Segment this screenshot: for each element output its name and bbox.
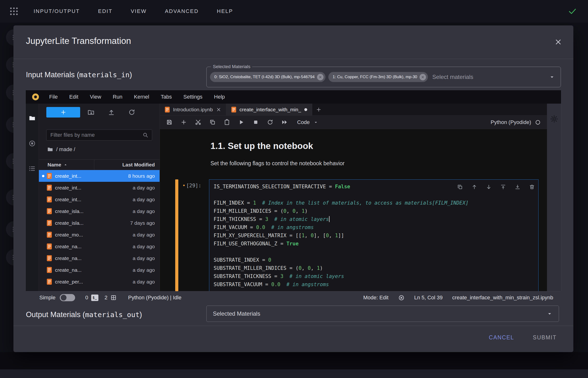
output-materials-select[interactable]: Selected Materials bbox=[206, 306, 559, 322]
input-materials-select[interactable]: Selected Materials 0: SiO2, Cristobalite… bbox=[206, 67, 561, 87]
code-cell-editor[interactable]: IS_TERMINATIONS_SELECTION_INTERACTIVE = … bbox=[209, 179, 539, 291]
file-modified: a day ago bbox=[133, 185, 160, 191]
file-list: create_int...8 hours agocreate_int...a d… bbox=[39, 170, 160, 291]
kernel-sessions-icon[interactable] bbox=[110, 295, 117, 301]
jupyter-menu-item[interactable]: File bbox=[43, 90, 63, 104]
simple-mode-toggle[interactable] bbox=[60, 294, 75, 301]
upload-icon[interactable] bbox=[108, 109, 115, 116]
notebook-file-icon bbox=[47, 255, 52, 261]
gear-icon[interactable] bbox=[550, 115, 559, 123]
breadcrumb-path[interactable]: / made / bbox=[56, 146, 75, 152]
close-tab-icon[interactable] bbox=[216, 107, 221, 112]
code-editor-lines: IS_TERMINATIONS_SELECTION_INTERACTIVE = … bbox=[214, 183, 538, 289]
kernel-status-text[interactable]: Python (Pyodide) | Idle bbox=[128, 295, 182, 301]
file-row[interactable]: create_na...a day ago bbox=[39, 241, 160, 252]
jupyter-menu-item[interactable]: View bbox=[84, 90, 107, 104]
cut-cells-icon[interactable] bbox=[195, 119, 201, 125]
file-row[interactable]: create_int...a day ago bbox=[39, 194, 160, 205]
new-folder-icon[interactable] bbox=[87, 109, 95, 116]
jupyter-menu-item[interactable]: Kernel bbox=[128, 90, 155, 104]
filter-files-box[interactable] bbox=[46, 130, 152, 141]
apps-menu-icon[interactable] bbox=[9, 6, 19, 16]
jupyterlite-app: FileEditViewRunKernelTabsSettingsHelp bbox=[26, 90, 561, 291]
move-cell-up-icon[interactable] bbox=[471, 184, 477, 190]
insert-cell-above-icon[interactable] bbox=[500, 184, 506, 190]
code-line: SUBSTRATE_INDEX = 0 bbox=[214, 256, 538, 264]
file-name: create_na... bbox=[55, 244, 133, 249]
mode-indicator: Mode: Edit bbox=[363, 295, 389, 301]
file-row[interactable]: create_int...a day ago bbox=[39, 182, 160, 194]
file-row[interactable]: create_mo...a day ago bbox=[39, 229, 160, 241]
table-of-contents-tab-icon[interactable] bbox=[28, 165, 36, 172]
file-browser-tab-icon[interactable] bbox=[28, 115, 36, 122]
duplicate-cell-icon[interactable] bbox=[457, 184, 463, 190]
file-name: create_na... bbox=[55, 267, 133, 273]
file-row[interactable]: create_na...a day ago bbox=[39, 264, 160, 276]
interrupt-kernel-icon[interactable] bbox=[252, 119, 259, 125]
input-materials-label: Input Materials (materials_in) bbox=[26, 70, 132, 79]
cell-collapser[interactable] bbox=[175, 179, 178, 291]
file-header-name[interactable]: Name bbox=[39, 160, 94, 170]
toggle-knob bbox=[61, 295, 67, 300]
new-launcher-button[interactable] bbox=[46, 107, 80, 118]
run-cell-icon[interactable] bbox=[238, 119, 245, 125]
material-chip-remove-button[interactable] bbox=[317, 74, 323, 80]
jupyter-menu-item[interactable]: Settings bbox=[178, 90, 208, 104]
cell-type-dropdown[interactable]: Code bbox=[297, 119, 319, 125]
folder-icon[interactable] bbox=[47, 146, 53, 152]
new-tab-button[interactable] bbox=[312, 104, 325, 115]
app-menu-item[interactable]: VIEW bbox=[131, 8, 147, 14]
running-sessions-tab-icon[interactable] bbox=[28, 140, 36, 147]
cancel-button[interactable]: CANCEL bbox=[483, 331, 520, 344]
copy-cells-icon[interactable] bbox=[209, 119, 216, 125]
file-row[interactable]: create_int...8 hours ago bbox=[39, 170, 160, 182]
tab-label: Introduction.ipynb bbox=[173, 107, 213, 112]
jupyter-menu-item[interactable]: Edit bbox=[63, 90, 84, 104]
file-row[interactable]: create_isla...7 days ago bbox=[39, 217, 160, 229]
paste-cells-icon[interactable] bbox=[224, 119, 230, 125]
notebook-toolbar: Code Python (Pyodide) bbox=[160, 116, 547, 129]
execution-count: •[29]: bbox=[182, 183, 201, 189]
dialog-close-button[interactable] bbox=[554, 38, 562, 46]
jupyter-menu-item[interactable]: Help bbox=[208, 90, 231, 104]
cursor-position[interactable]: Ln 5, Col 39 bbox=[414, 295, 443, 301]
kernel-indicator[interactable]: Python (Pyodide) bbox=[490, 119, 541, 125]
close-circle-icon[interactable] bbox=[398, 295, 405, 301]
tab-introduction[interactable]: Introduction.ipynb bbox=[160, 104, 226, 115]
file-row[interactable]: create_isla...a day ago bbox=[39, 205, 160, 217]
file-browser-toolbar bbox=[46, 107, 155, 118]
move-cell-down-icon[interactable] bbox=[486, 184, 492, 190]
file-row[interactable]: create_per...a day ago bbox=[39, 276, 160, 288]
insert-cell-below-icon[interactable] bbox=[515, 184, 520, 190]
jupyter-menu-item[interactable]: Tabs bbox=[155, 90, 178, 104]
app-menu: INPUT/OUTPUTEDITVIEWADVANCEDHELP bbox=[34, 8, 233, 14]
notebook-file-icon bbox=[231, 107, 236, 113]
insert-cell-icon[interactable] bbox=[181, 119, 187, 125]
search-icon bbox=[142, 132, 149, 138]
jupyter-menu-item[interactable]: Run bbox=[107, 90, 128, 104]
file-name: create_int... bbox=[55, 197, 133, 202]
app-menu-item[interactable]: INPUT/OUTPUT bbox=[34, 8, 80, 14]
app-header: INPUT/OUTPUTEDITVIEWADVANCEDHELP bbox=[0, 0, 588, 23]
file-row[interactable]: create_na...a day ago bbox=[39, 252, 160, 264]
status-bar-right: Mode: Edit Ln 5, Col 39 create_interface… bbox=[363, 295, 561, 301]
restart-run-all-icon[interactable] bbox=[281, 119, 288, 125]
material-chip-remove-button[interactable] bbox=[420, 74, 426, 80]
terminal-count: 0 bbox=[85, 295, 88, 301]
app-menu-item[interactable]: EDIT bbox=[98, 8, 112, 14]
terminal-icon[interactable]: $_ bbox=[91, 295, 98, 301]
submit-button[interactable]: SUBMIT bbox=[527, 331, 563, 344]
delete-cell-icon[interactable] bbox=[529, 184, 535, 190]
breadcrumb[interactable]: / made / bbox=[47, 146, 75, 152]
restart-kernel-icon[interactable] bbox=[267, 119, 273, 125]
filter-files-input[interactable] bbox=[50, 132, 142, 138]
refresh-icon[interactable] bbox=[128, 109, 135, 116]
file-header-modified[interactable]: Last Modified bbox=[94, 160, 160, 170]
save-icon[interactable] bbox=[166, 119, 173, 125]
app-menu-item[interactable]: HELP bbox=[217, 8, 233, 14]
chevron-down-icon bbox=[549, 74, 555, 80]
code-line: SUBSTRATE_THICKNESS = 3 # in atomic laye… bbox=[214, 272, 538, 280]
tab-create-interface[interactable]: create_interface_with_min_ bbox=[226, 104, 312, 115]
app-menu-item[interactable]: ADVANCED bbox=[165, 8, 199, 14]
notebook-heading: 1.1. Set up the notebook bbox=[210, 141, 313, 151]
